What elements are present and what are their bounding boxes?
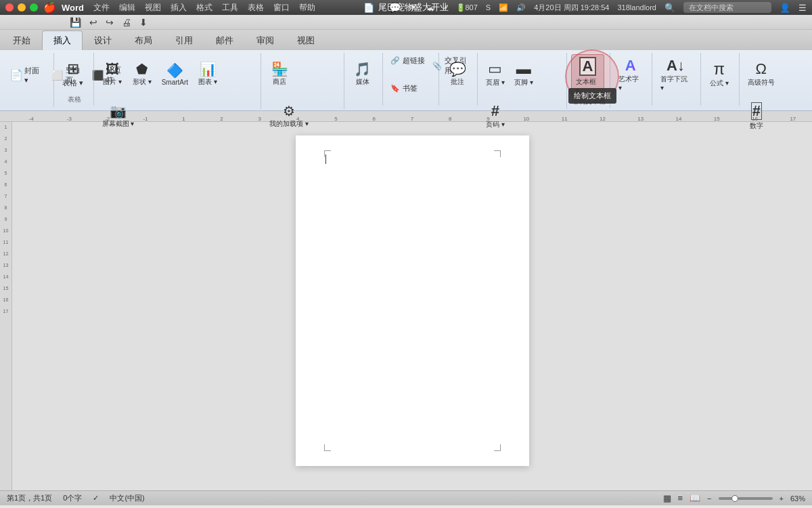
tab-home[interactable]: 开始: [1, 30, 42, 50]
save-qa-button[interactable]: 💾: [68, 17, 83, 28]
ribbon-group-dropcap: A↓ 首字下沉 ▾: [654, 53, 701, 106]
tab-design[interactable]: 设计: [83, 30, 123, 50]
menu-view[interactable]: 视图: [145, 2, 161, 14]
hyperlink-button[interactable]: 🔗 超链接: [387, 54, 428, 67]
corner-mark-tr: [494, 150, 501, 157]
menu-format[interactable]: 格式: [196, 2, 212, 14]
hyperlink-icon: 🔗: [390, 56, 400, 65]
table-button[interactable]: ⊞ 表格 ▾: [58, 54, 88, 95]
undo-button[interactable]: ↩: [87, 17, 99, 28]
minimize-button[interactable]: [18, 3, 26, 12]
footer-button[interactable]: ▬ 页脚 ▾: [510, 54, 537, 95]
ribbon-group-pages: 📄 封面 ▾ ⬜ 空白页 ⬛ 分页符: [4, 53, 54, 107]
maximize-button[interactable]: [30, 3, 38, 12]
footer-icon: ▬: [516, 62, 531, 77]
ruler-v-mark: 13: [3, 263, 9, 268]
word-count: 0个字: [63, 493, 82, 503]
ruler-v-mark: 16: [3, 297, 9, 302]
ruler-v-mark: 7: [5, 194, 7, 198]
cover-page-button[interactable]: 📄 封面 ▾: [7, 64, 48, 86]
header-button[interactable]: ▭ 页眉 ▾: [482, 54, 509, 95]
ribbon-group-links: 🔗 超链接 🔖 书签 📎 交叉引用: [384, 53, 439, 106]
tab-insert[interactable]: 插入: [42, 30, 83, 50]
ruler-v-mark: 14: [3, 274, 9, 279]
status-bar: 第1页，共1页 0个字 ✓ 中文(中国) ▦ ≡ 📖 − + 63%: [0, 490, 812, 505]
wordart-icon: A: [625, 58, 636, 73]
notification-icon[interactable]: 👤: [780, 3, 790, 13]
document-page[interactable]: [296, 135, 529, 466]
menu-window[interactable]: 窗口: [273, 2, 290, 14]
menu-icon[interactable]: ☰: [798, 3, 807, 13]
addins-items: 🏪 商店 ⚙ 我的加载项 ▾: [265, 54, 338, 98]
ribbon-group-formula: π 公式 ▾: [702, 53, 740, 106]
document-area[interactable]: [12, 122, 812, 490]
zoom-in-button[interactable]: +: [780, 494, 784, 503]
ruler-mark: -3: [67, 116, 72, 122]
menu-tools[interactable]: 工具: [222, 2, 238, 14]
document-title-area: 📄 尾巴宠物盛大开业: [363, 1, 449, 14]
tab-layout[interactable]: 布局: [123, 30, 164, 50]
menu-edit[interactable]: 编辑: [119, 2, 135, 14]
dropcap-button[interactable]: A↓ 首字下沉 ▾: [656, 54, 695, 95]
ruler-mark: 17: [790, 116, 796, 122]
view-normal-icon[interactable]: ▦: [663, 493, 671, 503]
comment-button[interactable]: 💬 批注: [443, 54, 472, 95]
media-button[interactable]: 🎵 媒体: [348, 54, 377, 95]
store-icon: 🏪: [271, 62, 288, 76]
zoom-out-button[interactable]: −: [707, 494, 711, 503]
ribbon-group-comments: 💬 批注: [441, 53, 478, 106]
battery-icon: 🔋807: [456, 3, 478, 12]
language: 中文(中国): [110, 493, 144, 503]
ribbon-group-addins: 🏪 商店 ⚙ 我的加载项 ▾: [263, 53, 344, 109]
ruler-v-mark: 11: [3, 240, 9, 245]
page-info: 第1页，共1页: [7, 493, 52, 503]
zoom-slider[interactable]: [719, 497, 773, 500]
bookmark-button[interactable]: 🔖 书签: [387, 82, 421, 95]
search-input[interactable]: [683, 2, 771, 13]
date-time: 4月20日 周四 19:28:54: [534, 3, 609, 13]
textbox-button[interactable]: A 文本框 ▾: [571, 54, 604, 97]
shape-button[interactable]: ⬟ 形状 ▾: [128, 54, 156, 95]
dropcap-icon: A↓: [667, 58, 685, 73]
apple-icon[interactable]: 🍎: [43, 1, 56, 14]
tab-review[interactable]: 审阅: [245, 30, 286, 50]
tab-references[interactable]: 引用: [164, 30, 204, 50]
chart-button[interactable]: 📊 图表 ▾: [194, 54, 222, 95]
ruler-mark: 11: [562, 116, 568, 122]
tab-mailings[interactable]: 邮件: [204, 30, 245, 50]
print-button[interactable]: 🖨: [120, 17, 133, 28]
picture-button[interactable]: 🖼 图片 ▾: [98, 54, 127, 95]
shape-icon: ⬟: [136, 62, 148, 76]
view-outline-icon[interactable]: ≡: [678, 493, 683, 503]
menu-table[interactable]: 表格: [248, 2, 264, 14]
ruler-mark: 13: [637, 116, 644, 122]
ruler-mark: 7: [411, 116, 413, 122]
cover-icon: 📄: [9, 70, 23, 81]
formula-button[interactable]: π 公式 ▾: [705, 54, 734, 95]
customize-qa-button[interactable]: ⬇: [137, 17, 150, 28]
view-read-icon[interactable]: 📖: [690, 493, 700, 503]
titlebar: 🍎 Word 文件 编辑 视图 插入 格式 工具 表格 窗口 帮助 📄 尾巴宠物…: [0, 0, 812, 15]
tab-view[interactable]: 视图: [286, 30, 326, 50]
smartart-button[interactable]: 🔷 SmartArt: [158, 54, 192, 95]
ruler-v-mark: 8: [5, 205, 7, 210]
redo-button[interactable]: ↪: [104, 17, 116, 28]
ruler-v-mark: 15: [3, 286, 9, 291]
ruler-v-mark: 17: [3, 309, 9, 314]
menu-insert[interactable]: 插入: [171, 2, 187, 14]
menu-file[interactable]: 文件: [93, 2, 110, 14]
ruler-v-mark: 12: [3, 251, 9, 256]
wordart-button[interactable]: A 艺术字 ▾: [614, 54, 646, 95]
search-icon[interactable]: 🔍: [664, 3, 675, 13]
ruler-mark: 15: [714, 116, 720, 122]
document-title: 尾巴宠物盛大开业: [378, 1, 449, 14]
close-button[interactable]: [5, 3, 14, 12]
store-button[interactable]: 🏪 商店: [265, 54, 294, 95]
menu-help[interactable]: 帮助: [299, 2, 315, 14]
ruler-mark: 10: [523, 116, 529, 122]
ruler-mark: 3: [258, 116, 261, 122]
symbol-button[interactable]: Ω 高级符号: [744, 54, 779, 95]
ribbon-tab-bar: 开始 插入 设计 布局 引用 邮件 审阅 视图: [0, 30, 812, 50]
ruler-mark: -1: [143, 116, 148, 122]
ruler-mark: -4: [29, 116, 34, 122]
